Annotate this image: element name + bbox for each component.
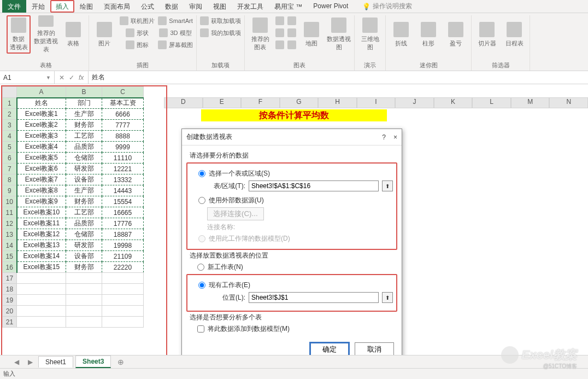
close-icon[interactable]: × [393,133,397,141]
sparkline-column-button[interactable]: 柱形 [416,15,440,54]
row-4[interactable]: 4 [3,131,17,142]
row-6[interactable]: 6 [3,153,17,164]
cell-B6[interactable]: 仓储部 [66,153,102,164]
opt-existing-sheet[interactable]: 现有工作表(E) [198,281,393,290]
location-picker-icon[interactable]: ⬆ [382,292,393,303]
row-15[interactable]: 15 [3,251,17,262]
3d-map-button[interactable]: 三维地 图 [358,15,382,54]
tab-review[interactable]: 审阅 [184,0,208,13]
cell-B14[interactable]: 研发部 [66,240,102,251]
cell-B18[interactable] [66,284,102,295]
cell-A11[interactable]: Excel教案10 [17,207,66,218]
cell-A9[interactable]: Excel教案8 [17,185,66,196]
cell-B1[interactable]: 部门 [66,98,102,109]
cell-A4[interactable]: Excel教案3 [17,131,66,142]
col-A[interactable]: A [17,87,66,98]
tell-me-search[interactable]: 💡 操作说明搜索 [362,0,412,13]
cell-B2[interactable]: 生产部 [66,109,102,120]
cell-A6[interactable]: Excel教案5 [17,153,66,164]
recommended-charts-button[interactable]: 推荐的 图表 [248,15,272,54]
row-18[interactable]: 18 [3,284,17,295]
row-14[interactable]: 14 [3,240,17,251]
tab-view[interactable]: 视图 [208,0,232,13]
col-K[interactable]: K [434,97,473,108]
tab-home[interactable]: 开始 [26,0,50,13]
row-20[interactable]: 20 [3,306,17,317]
cell-C7[interactable]: 12221 [102,164,144,174]
cell-C4[interactable]: 8888 [102,131,144,142]
help-icon[interactable]: ? [382,133,386,141]
cell-A13[interactable]: Excel教案12 [17,229,66,240]
cell-B15[interactable]: 设备部 [66,251,102,262]
chart-type-1[interactable] [275,15,284,26]
cell-C15[interactable]: 21109 [102,251,144,262]
row-10[interactable]: 10 [3,196,17,207]
cell-B16[interactable]: 财务部 [66,262,102,273]
pictures-button[interactable]: 图片 [92,15,116,54]
cancel-icon[interactable]: ✕ [59,74,64,81]
cell-C16[interactable]: 22220 [102,262,144,273]
range-picker-icon[interactable]: ⬆ [382,180,393,191]
radio-existing-sheet[interactable] [198,282,205,289]
cell-C3[interactable]: 7777 [102,120,144,131]
recommended-pivot-button[interactable]: 推荐的 数据透视表 [34,15,58,54]
row-21[interactable]: 21 [3,317,17,328]
sheet-nav-prev-icon[interactable]: ◀ [11,358,22,366]
formula-input[interactable]: 姓名 [89,72,588,83]
maps-button[interactable]: 地图 [299,15,324,54]
opt-external-source[interactable]: 使用外部数据源(U) [198,196,393,205]
col-D[interactable]: D [164,97,203,108]
cell-C12[interactable]: 17776 [102,218,144,229]
cell-B10[interactable]: 财务部 [66,196,102,207]
radio-new-sheet[interactable] [197,264,204,271]
cell-C2[interactable]: 6666 [102,109,144,120]
chart-type-2[interactable] [275,27,284,38]
cell-C11[interactable]: 16665 [102,207,144,218]
cell-C18[interactable] [102,284,144,295]
table-button[interactable]: 表格 [61,15,85,54]
cell-A5[interactable]: Excel教案4 [17,142,66,153]
location-input[interactable] [249,292,379,303]
row-13[interactable]: 13 [3,229,17,240]
cell-C21[interactable] [102,317,144,328]
col-L[interactable]: L [472,97,511,108]
chart-type-3[interactable] [275,39,284,50]
col-J[interactable]: J [395,97,434,108]
cell-A8[interactable]: Excel教案7 [17,174,66,185]
row-11[interactable]: 11 [3,207,17,218]
row-7[interactable]: 7 [3,164,17,174]
smartart-button[interactable]: SmartArt [158,15,193,26]
tab-addin[interactable]: 易用宝 ™ [269,0,308,13]
col-B[interactable]: B [66,87,102,98]
col-F[interactable]: F [241,97,280,108]
slicer-button[interactable]: 切片器 [475,15,499,54]
tab-layout[interactable]: 页面布局 [98,0,136,13]
sheet-nav-next-icon[interactable]: ▶ [25,358,36,366]
cell-B21[interactable] [66,317,102,328]
row-2[interactable]: 2 [3,109,17,120]
timeline-button[interactable]: 日程表 [502,15,526,54]
cell-B4[interactable]: 工艺部 [66,131,102,142]
cell-C19[interactable] [102,295,144,306]
chart-type-4[interactable] [287,15,296,26]
cell-C9[interactable]: 14443 [102,185,144,196]
cell-C17[interactable] [102,273,144,284]
opt-add-data-model[interactable]: 将此数据添加到数据模型(M) [197,324,394,334]
cell-B9[interactable]: 生产部 [66,185,102,196]
sheet-tab-sheet1[interactable]: Sheet1 [38,356,73,368]
cell-A3[interactable]: Excel教案2 [17,120,66,131]
col-I[interactable]: I [357,97,396,108]
cell-A10[interactable]: Excel教案9 [17,196,66,207]
col-M[interactable]: M [511,97,550,108]
cell-C13[interactable]: 18887 [102,229,144,240]
cell-C5[interactable]: 9999 [102,142,144,153]
cell-C6[interactable]: 11110 [102,153,144,164]
col-C[interactable]: C [102,87,144,98]
col-H[interactable]: H [318,97,357,108]
opt-select-range[interactable]: 选择一个表或区域(S) [198,169,393,178]
cell-B3[interactable]: 财务部 [66,120,102,131]
enter-icon[interactable]: ✓ [69,74,74,81]
online-pictures-button[interactable]: 联机图片 [120,15,155,26]
icons-button[interactable]: 图标 [120,39,155,50]
sparkline-winloss-button[interactable]: 盈亏 [444,15,468,54]
